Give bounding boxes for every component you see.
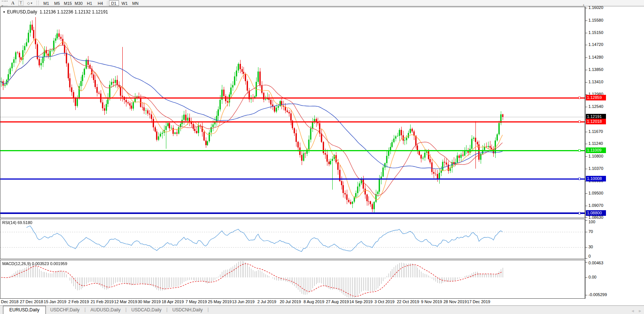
price-tick-label: 1.10370: [588, 166, 603, 171]
tab-separator: |: [207, 307, 209, 312]
tab-eurusd-daily[interactable]: EURUSD,Daily: [3, 306, 46, 314]
price-tick-label: 1.11670: [588, 129, 603, 134]
price-tick-label: 1.13410: [588, 80, 603, 84]
macd-canvas[interactable]: [0, 260, 585, 298]
price-tick-mark: [585, 132, 587, 132]
price-tick-mark: [585, 70, 587, 70]
toolbar-grip: [37, 1, 39, 5]
price-tick-mark: [585, 217, 587, 218]
tab-audusd-daily[interactable]: AUDUSD,Daily: [86, 306, 125, 314]
chevron-down-icon: ▼: [3, 10, 6, 14]
price-tick-mark: [585, 206, 587, 206]
timeframe-h4-button[interactable]: H4: [95, 0, 106, 6]
fibonacci-icon[interactable]: [0, 0, 9, 6]
macd-tick-mark: [585, 262, 587, 262]
date-tick-label: 8 Aug 2019: [304, 299, 324, 304]
text-tool-icon[interactable]: A: [9, 0, 16, 6]
price-tick-label: 1.15150: [588, 30, 603, 35]
macd-tick-label: 0.00463: [588, 261, 603, 265]
date-tick-label: 17 Dec 2019: [467, 299, 490, 304]
tab-scroll-right-icon[interactable]: ▹: [639, 308, 641, 313]
timeframe-h1-button[interactable]: H1: [85, 0, 95, 6]
price-tick-mark: [585, 193, 587, 194]
timeframe-w1-button[interactable]: W1: [120, 0, 130, 6]
date-tick-label: 14 Sep 2019: [349, 299, 373, 304]
price-tick-mark: [585, 45, 587, 45]
price-tick-label: 1.10800: [588, 154, 603, 158]
timeframe-mn-button[interactable]: MN: [131, 0, 141, 6]
price-tick-mark: [585, 21, 587, 21]
date-tick-label: 2 Feb 2019: [68, 299, 89, 304]
price-tick-label: 1.11240: [588, 141, 603, 146]
price-tick-mark: [585, 144, 587, 144]
price-tick-mark: [585, 156, 587, 157]
timeframe-d1-button[interactable]: D1: [109, 0, 119, 6]
rsi-label: RSI(14) 69.5180: [2, 220, 32, 225]
price-axis-border: [585, 7, 585, 299]
symbol-name: EURUSD,Daily: [7, 9, 37, 15]
timeframe-m30-button[interactable]: M30: [74, 0, 84, 6]
date-tick-label: 27 Dec 2018: [20, 299, 43, 304]
date-tick-label: 22 Oct 2019: [397, 299, 419, 304]
date-tick-label: 15 Jan 2019: [44, 299, 66, 304]
rsi-tick-label: 70: [588, 229, 593, 234]
date-tick-label: 20 Jul 2019: [280, 299, 301, 304]
macd-label: MACD(12,26,9) 0.003523 0.001959: [2, 261, 67, 266]
macd-tick-mark: [585, 277, 587, 278]
date-tick-label: 13 Jun 2019: [232, 299, 255, 304]
rsi-tick-mark: [585, 258, 587, 259]
tab-scroll-left-icon[interactable]: ◃: [632, 308, 634, 313]
rsi-tick-mark: [585, 232, 587, 232]
price-tick-mark: [585, 8, 587, 8]
chevron-down-icon: ▾: [31, 1, 32, 5]
price-chart-panel[interactable]: ▼EURUSD,Daily 1.12136 1.12236 1.12132 1.…: [0, 7, 585, 218]
tab-usdcnh-daily[interactable]: USDCNH,Daily: [168, 306, 207, 314]
level-price-badge: 1.10008: [586, 176, 606, 181]
label-tool-icon[interactable]: T: [16, 0, 25, 6]
rsi-panel[interactable]: RSI(14) 69.5180: [0, 219, 585, 259]
tab-usdchf-daily[interactable]: USDCHF,Daily: [46, 306, 84, 314]
tab-usdcad-daily[interactable]: USDCAD,Daily: [127, 306, 166, 314]
date-tick-label: 7 May 2019: [185, 299, 207, 304]
chart-title: ▼EURUSD,Daily 1.12136 1.12236 1.12132 1.…: [3, 9, 108, 15]
toolbar-separator: [107, 1, 107, 6]
date-tick-label: 18 Apr 2019: [161, 299, 183, 304]
price-chart-canvas[interactable]: [0, 7, 585, 218]
price-tick-label: 1.09070: [588, 203, 603, 208]
level-price-badge: 1.12018: [586, 119, 606, 124]
timeframe-m15-button[interactable]: M15: [63, 0, 73, 6]
date-tick-label: 28 Nov 2019: [443, 299, 466, 304]
price-tick-label: 1.16020: [588, 5, 603, 10]
rsi-tick-mark: [585, 247, 587, 248]
date-tick-label: 30 Mar 2019: [138, 299, 161, 304]
price-tick-mark: [585, 33, 587, 33]
ohlc-values: 1.12136 1.12236 1.12132 1.12191: [40, 9, 108, 15]
arrows-tool-icon[interactable]: ◇ ▾: [25, 0, 34, 6]
rsi-tick-label: 0: [588, 254, 591, 258]
chart-tabbar: EURUSD,Daily USDCHF,Daily | AUDUSD,Daily…: [0, 305, 644, 314]
tab-scroll-arrows: ◃ ▹: [632, 308, 641, 313]
timeframe-m1-button[interactable]: M1: [41, 0, 51, 6]
price-tick-label: 1.14280: [588, 55, 603, 59]
price-tick-mark: [585, 107, 587, 107]
top-toolbar: A T ◇ ▾ M1 M5 M15 M30 H1 H4 D1 W1 MN: [0, 0, 644, 6]
rsi-tick-label: 100: [588, 220, 595, 224]
price-tick-mark: [585, 57, 587, 58]
price-tick-label: 1.13850: [588, 67, 603, 72]
rsi-canvas[interactable]: [0, 219, 585, 259]
macd-panel[interactable]: MACD(12,26,9) 0.003523 0.001959: [0, 260, 585, 299]
price-tick-label: 1.14720: [588, 42, 603, 47]
price-tick-mark: [585, 82, 587, 83]
price-tick-label: 1.12540: [588, 104, 603, 109]
axis-top-marker: ▴: [583, 3, 584, 6]
macd-tick-label: 0.00: [588, 275, 596, 279]
date-tick-label: 27 Aug 2019: [326, 299, 349, 304]
timeframe-m5-button[interactable]: M5: [52, 0, 62, 6]
date-tick-label: 21 Feb 2019: [91, 299, 114, 304]
date-tick-label: 3 Oct 2019: [374, 299, 395, 304]
level-price-badge: 1.12859: [586, 95, 606, 100]
price-tick-mark: [585, 169, 587, 169]
date-tick-label: 8 Dec 2018: [0, 299, 19, 304]
date-tick-label: 25 May 2019: [208, 299, 232, 304]
price-tick-label: 1.09500: [588, 191, 603, 195]
